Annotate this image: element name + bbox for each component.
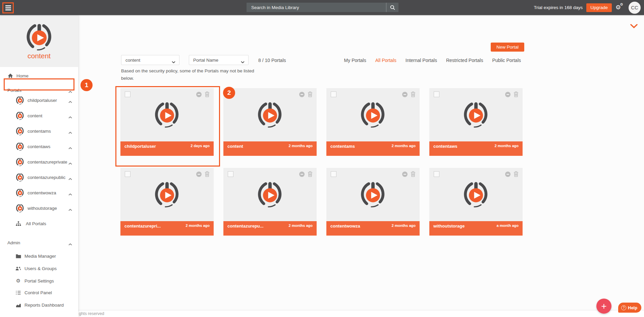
- portal-card-contentazureprivate[interactable]: contentazurepri... 2 months ago: [120, 168, 214, 236]
- portal-logo-icon: [462, 181, 490, 209]
- user-avatar[interactable]: CC: [629, 2, 641, 14]
- new-portal-button[interactable]: New Portal: [491, 43, 524, 52]
- tab-all-portals[interactable]: All Portals: [375, 58, 396, 63]
- sidebar-item-admin[interactable]: Admin: [0, 237, 78, 249]
- deactivate-icon[interactable]: [402, 172, 408, 177]
- sidebar-item-portal-contentazurepublic[interactable]: contentazurepublic: [0, 171, 78, 183]
- sidebar-item-home[interactable]: Home: [0, 70, 78, 82]
- deactivate-icon[interactable]: [196, 172, 202, 177]
- copyright-text: ghts reserved: [79, 311, 104, 316]
- sort-by-select[interactable]: Portal Name: [189, 55, 249, 65]
- search-button[interactable]: [386, 3, 398, 12]
- collapse-chevron-down-icon[interactable]: [630, 24, 638, 30]
- portal-updated-time: 2 months ago: [391, 144, 416, 156]
- sidebar-item-portal-content[interactable]: content: [0, 110, 78, 122]
- chevron-up-icon[interactable]: [68, 89, 72, 94]
- trash-icon[interactable]: [411, 91, 416, 97]
- sidebar-item-portal-contentams[interactable]: contentams: [0, 125, 78, 137]
- tab-public-portals[interactable]: Public Portals: [492, 58, 521, 63]
- chart-icon: [15, 303, 21, 307]
- chevron-up-icon[interactable]: [68, 242, 72, 247]
- portal-logo-icon: [359, 101, 387, 129]
- sidebar-item-portal-childportaluser[interactable]: childportaluser: [0, 94, 78, 106]
- portal-card-contentwowza[interactable]: contentwowza 2 months ago: [326, 168, 420, 236]
- sidebar-item-portal-withoutstorage[interactable]: withoutstorage: [0, 202, 78, 214]
- sidebar-item-users-groups[interactable]: Users & Groups: [0, 262, 78, 274]
- sidebar-item-portal-contentazureprivate[interactable]: contentazureprivate: [0, 156, 78, 168]
- portal-mini-logo-icon: [15, 142, 24, 151]
- settings-cogs-icon[interactable]: ⚙⚙: [615, 3, 625, 12]
- portal-checkbox[interactable]: [331, 91, 336, 97]
- trash-icon[interactable]: [308, 171, 313, 177]
- portal-checkbox[interactable]: [228, 171, 233, 177]
- portal-updated-time: 2 days ago: [191, 144, 210, 156]
- portal-filter-select[interactable]: content: [121, 55, 179, 65]
- trash-icon[interactable]: [205, 91, 210, 97]
- sidebar-item-portal-contentaws[interactable]: contentaws: [0, 140, 78, 152]
- sidebar-item-reports-dashboard[interactable]: Reports Dashboard: [0, 299, 78, 311]
- sidebar-item-portal-contentwowza[interactable]: contentwowza: [0, 187, 78, 199]
- portal-logo-icon: [153, 101, 181, 129]
- trash-icon[interactable]: [411, 171, 416, 177]
- trash-icon[interactable]: [514, 171, 519, 177]
- tab-my-portals[interactable]: My Portals: [344, 58, 366, 63]
- chevron-up-icon[interactable]: [68, 161, 72, 166]
- portal-checkbox[interactable]: [125, 171, 130, 177]
- trash-icon[interactable]: [308, 91, 313, 97]
- help-button[interactable]: ? Help: [618, 303, 641, 313]
- portal-mini-logo-icon: [15, 173, 24, 182]
- portal-name: contentazurepri...: [124, 224, 161, 236]
- portal-mini-logo-icon: [15, 111, 24, 120]
- portal-checkbox[interactable]: [125, 91, 130, 97]
- sidebar-item-media-manager[interactable]: Media Manager: [0, 250, 78, 262]
- portal-card-contentazurepublic[interactable]: contentazurepu... 2 months ago: [223, 168, 317, 236]
- deactivate-icon[interactable]: [505, 92, 511, 97]
- hamburger-menu-icon[interactable]: [2, 2, 14, 13]
- deactivate-icon[interactable]: [402, 92, 408, 97]
- chevron-up-icon[interactable]: [68, 99, 72, 104]
- portal-card-contentaws[interactable]: contentaws 2 months ago: [429, 88, 523, 156]
- chevron-up-icon[interactable]: [68, 130, 72, 135]
- portal-card-contentams[interactable]: contentams 2 months ago: [326, 88, 420, 156]
- tab-internal-portals[interactable]: Internal Portals: [406, 58, 437, 63]
- home-icon: [7, 73, 13, 78]
- tab-restricted-portals[interactable]: Restricted Portals: [446, 58, 483, 63]
- portal-grid: childportaluser 2 days ago content 2 mon…: [120, 88, 523, 236]
- sidebar-item-all-portals[interactable]: All Portals: [0, 217, 78, 230]
- portal-mini-logo-icon: [15, 204, 24, 213]
- deactivate-icon[interactable]: [505, 172, 511, 177]
- portal-card-content[interactable]: content 2 months ago: [223, 88, 317, 156]
- trash-icon[interactable]: [514, 91, 519, 97]
- portal-updated-time: 2 months ago: [494, 144, 519, 156]
- deactivate-icon[interactable]: [196, 92, 202, 97]
- portal-logo-icon: [462, 101, 490, 129]
- chevron-up-icon[interactable]: [68, 207, 72, 212]
- sidebar-item-portal-settings[interactable]: ⚙ Portal Settings: [0, 275, 78, 287]
- portal-checkbox[interactable]: [228, 91, 233, 97]
- portal-name: contentazurepu...: [227, 224, 264, 236]
- deactivate-icon[interactable]: [299, 172, 305, 177]
- trash-icon[interactable]: [205, 171, 210, 177]
- portal-card-childportaluser[interactable]: childportaluser 2 days ago: [120, 88, 214, 156]
- portal-card-withoutstorage[interactable]: withoutstorage a month ago: [429, 168, 523, 236]
- portal-checkbox[interactable]: [331, 171, 336, 177]
- search-bar: [247, 3, 398, 12]
- sidebar-item-control-panel[interactable]: Control Panel: [0, 287, 78, 299]
- portal-updated-time: 2 months ago: [185, 224, 210, 236]
- upgrade-button[interactable]: Upgrade: [586, 3, 612, 12]
- portal-checkbox[interactable]: [434, 91, 439, 97]
- sitemap-icon: [15, 221, 21, 226]
- chevron-up-icon[interactable]: [68, 145, 72, 150]
- list-icon: [15, 291, 21, 295]
- portal-logo-panel[interactable]: content: [0, 15, 78, 67]
- add-fab-button[interactable]: +: [596, 299, 611, 314]
- portal-name: contentams: [330, 144, 355, 156]
- search-input[interactable]: [247, 3, 386, 12]
- chevron-up-icon[interactable]: [68, 115, 72, 120]
- portal-name: contentwowza: [330, 224, 360, 236]
- chevron-up-icon[interactable]: [68, 176, 72, 181]
- portal-checkbox[interactable]: [434, 171, 439, 177]
- chevron-up-icon[interactable]: [68, 192, 72, 197]
- trial-expiry-text: Trial expires in 168 days: [534, 5, 583, 10]
- deactivate-icon[interactable]: [299, 92, 305, 97]
